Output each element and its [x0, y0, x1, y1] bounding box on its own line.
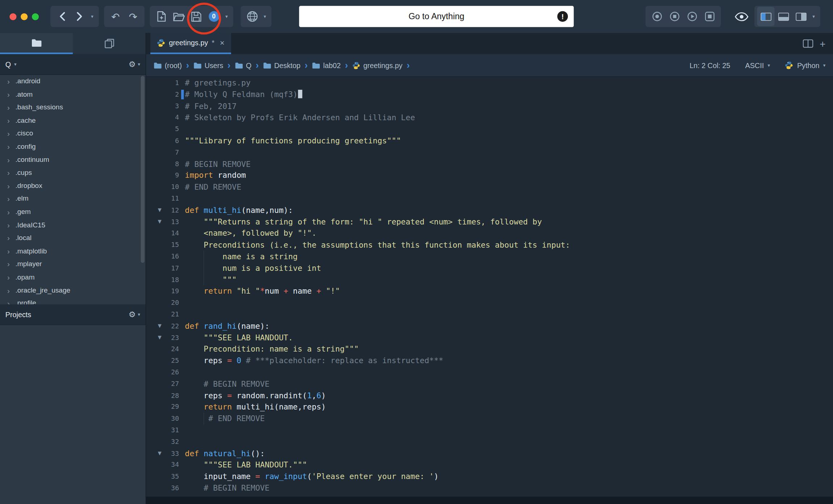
- open-files-dropdown-icon[interactable]: ▾: [223, 7, 231, 26]
- browser-dropdown-icon[interactable]: ▾: [261, 7, 269, 26]
- places-gear-icon[interactable]: ⚙: [129, 59, 136, 69]
- code-line[interactable]: ▼23 """SEE LAB HANDOUT.: [146, 332, 833, 343]
- tab-greetings-py[interactable]: greetings.py * ×: [150, 33, 231, 54]
- code-line[interactable]: 29 return multi_hi(name,reps): [146, 401, 833, 413]
- chevron-right-icon[interactable]: ›: [4, 114, 13, 127]
- tree-item[interactable]: ›.cache: [0, 114, 146, 127]
- code-line[interactable]: 6"""Library of functions producing greet…: [146, 135, 833, 147]
- chevron-right-icon[interactable]: ›: [4, 153, 13, 166]
- preview-in-browser-button[interactable]: [243, 7, 261, 26]
- tree-item[interactable]: ›.elm: [0, 193, 146, 206]
- code-line[interactable]: 14 <name>, followed by "!".: [146, 227, 833, 239]
- code-line[interactable]: 11: [146, 193, 833, 204]
- chevron-right-icon[interactable]: ›: [4, 101, 13, 114]
- tree-item[interactable]: ›.gem: [0, 206, 146, 219]
- code-line[interactable]: 3# Feb, 2017: [146, 100, 833, 112]
- toggle-right-pane-button[interactable]: [792, 7, 809, 26]
- tree-item[interactable]: ›.bash_sessions: [0, 101, 146, 114]
- encoding-selector[interactable]: ASCII: [745, 61, 764, 69]
- projects-gear-caret-icon[interactable]: ▾: [138, 312, 141, 317]
- tree-item[interactable]: ›.atom: [0, 88, 146, 101]
- code-line[interactable]: ▼12def multi_hi(name,num):: [146, 204, 833, 216]
- code-line[interactable]: ▼22def rand_hi(name):: [146, 320, 833, 332]
- code-line[interactable]: 17 num is a positive int: [146, 262, 833, 274]
- sidebar-scrollbar[interactable]: [141, 76, 145, 263]
- editor-bottom-strip[interactable]: [146, 496, 833, 504]
- places-gear-caret-icon[interactable]: ▾: [138, 62, 141, 67]
- code-line[interactable]: 24 Precondition: name is a string""": [146, 343, 833, 355]
- chevron-right-icon[interactable]: ›: [4, 127, 13, 140]
- breadcrumb-item[interactable]: Q: [235, 61, 251, 69]
- new-tab-button[interactable]: +: [820, 38, 825, 49]
- places-filter-caret-icon[interactable]: ▾: [14, 62, 17, 67]
- projects-gear-icon[interactable]: ⚙: [129, 310, 136, 319]
- breadcrumb-item[interactable]: lab02: [312, 61, 340, 69]
- tree-item[interactable]: ›.mplayer: [0, 258, 146, 271]
- code-line[interactable]: 28 reps = random.randint(1,6): [146, 390, 833, 401]
- chevron-right-icon[interactable]: ›: [4, 245, 13, 258]
- code-line[interactable]: 20: [146, 297, 833, 308]
- code-line[interactable]: 36 # BEGIN REMOVE: [146, 482, 833, 494]
- breadcrumb-item[interactable]: Users: [193, 61, 223, 69]
- language-selector[interactable]: Python: [797, 61, 820, 69]
- save-button[interactable]: [188, 7, 205, 26]
- back-button[interactable]: [53, 7, 71, 26]
- zoom-window-button[interactable]: [32, 13, 39, 20]
- undo-button[interactable]: ↶: [107, 7, 124, 26]
- chevron-right-icon[interactable]: ›: [4, 179, 13, 192]
- code-line[interactable]: 9import random: [146, 169, 833, 181]
- code-line[interactable]: 31: [146, 424, 833, 436]
- go-to-anything-box[interactable]: Go to Anything !: [299, 6, 574, 27]
- code-line[interactable]: 18 """: [146, 274, 833, 285]
- save-macro-button[interactable]: [701, 7, 718, 26]
- breadcrumb-item[interactable]: greetings.py: [352, 61, 402, 69]
- preview-button[interactable]: [733, 7, 750, 26]
- code-line[interactable]: 34 """SEE LAB HANDOUT.""": [146, 459, 833, 471]
- tree-item[interactable]: ›.continuum: [0, 153, 146, 166]
- code-line[interactable]: 1# greetings.py: [146, 77, 833, 89]
- close-window-button[interactable]: [9, 13, 16, 20]
- code-line[interactable]: 32: [146, 436, 833, 448]
- code-line[interactable]: 25 reps = 0 # ***placeholder: replace as…: [146, 355, 833, 366]
- breadcrumb-item[interactable]: (root): [154, 61, 182, 69]
- code-line[interactable]: 8# BEGIN REMOVE: [146, 158, 833, 169]
- tree-item[interactable]: ›.IdeaIC15: [0, 219, 146, 232]
- code-line[interactable]: 26: [146, 366, 833, 378]
- split-view-button[interactable]: [803, 39, 813, 48]
- chevron-right-icon[interactable]: ›: [4, 75, 13, 88]
- tree-item[interactable]: ›.profile: [0, 297, 146, 304]
- fold-arrow-icon[interactable]: ▼: [158, 216, 162, 227]
- encoding-caret-icon[interactable]: ▾: [767, 63, 770, 68]
- code-line[interactable]: 30 # END REMOVE: [146, 413, 833, 424]
- tree-item[interactable]: ›.android: [0, 75, 146, 88]
- tree-item[interactable]: ›.dropbox: [0, 179, 146, 192]
- chevron-right-icon[interactable]: ›: [4, 219, 13, 232]
- code-line[interactable]: ▼33def natural_hi():: [146, 448, 833, 459]
- tree-item[interactable]: ›.oracle_jre_usage: [0, 284, 146, 297]
- tab-open-files[interactable]: [73, 33, 146, 54]
- tree-item[interactable]: ›.config: [0, 140, 146, 153]
- code-editor[interactable]: 1# greetings.py2# Molly Q Feldman (mqf3)…: [146, 77, 833, 497]
- chevron-right-icon[interactable]: ›: [4, 193, 13, 206]
- code-line[interactable]: 21: [146, 308, 833, 320]
- chevron-right-icon[interactable]: ›: [4, 140, 13, 153]
- code-line[interactable]: 4# Skeleton by Profs Erik Andersen and L…: [146, 112, 833, 123]
- code-line[interactable]: 2# Molly Q Feldman (mqf3): [146, 89, 833, 100]
- code-line[interactable]: 15 Preconditions (i.e., the assumptions …: [146, 239, 833, 251]
- forward-button[interactable]: [71, 7, 88, 26]
- play-macro-button[interactable]: [683, 7, 700, 26]
- chevron-right-icon[interactable]: ›: [4, 271, 13, 284]
- redo-button[interactable]: ↷: [124, 7, 142, 26]
- fold-arrow-icon[interactable]: ▼: [158, 320, 162, 332]
- line-col-indicator[interactable]: Ln: 2 Col: 25: [690, 61, 730, 69]
- alert-icon[interactable]: !: [557, 11, 568, 22]
- places-filter-dropdown[interactable]: Q: [5, 60, 11, 68]
- code-line[interactable]: 35 input_name = raw_input('Please enter …: [146, 471, 833, 482]
- code-line[interactable]: ▼13 """Returns a string of the form: "hi…: [146, 216, 833, 227]
- minimize-window-button[interactable]: [21, 13, 28, 20]
- code-line[interactable]: 5: [146, 123, 833, 135]
- close-tab-icon[interactable]: ×: [220, 38, 225, 47]
- fold-arrow-icon[interactable]: ▼: [158, 204, 162, 216]
- chevron-right-icon[interactable]: ›: [4, 258, 13, 271]
- toggle-bottom-pane-button[interactable]: [775, 7, 792, 26]
